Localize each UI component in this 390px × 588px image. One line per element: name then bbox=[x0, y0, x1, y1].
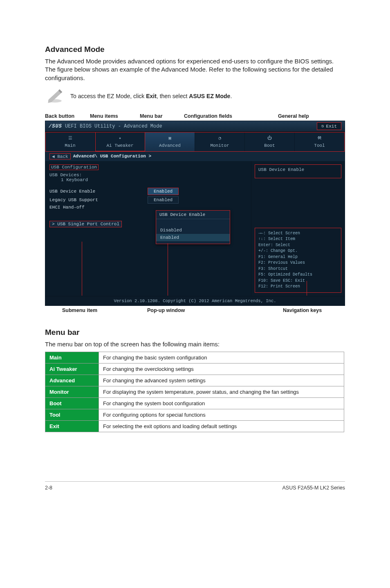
setting-row[interactable]: USB Device EnableEnabled bbox=[49, 188, 247, 195]
table-cell: For changing the advanced system setting… bbox=[99, 375, 344, 386]
note-row: To access the EZ Mode, click Exit, then … bbox=[47, 89, 345, 103]
table-row: BootFor changing the system boot configu… bbox=[45, 398, 344, 409]
chip-icon: ▣ bbox=[145, 135, 195, 142]
exit-label: Exit bbox=[326, 124, 337, 129]
label-popup-window: Pop-up window bbox=[147, 307, 185, 313]
bios-title: UEFI BIOS Utility - Advanced Mode bbox=[65, 123, 162, 129]
setting-key: EHCI Hand-off bbox=[49, 205, 148, 210]
list-icon: ☰ bbox=[45, 135, 95, 142]
table-header-cell: Exit bbox=[45, 421, 99, 432]
popup-window: USB Device Enable Disabled Enabled bbox=[156, 210, 230, 244]
setting-key: Legacy USB Support bbox=[49, 197, 148, 202]
page-footer: 2-8 ASUS F2A55-M LK2 Series bbox=[45, 481, 345, 491]
tab-main[interactable]: ☰Main bbox=[45, 132, 95, 151]
table-row: MonitorFor displaying the system tempera… bbox=[45, 386, 344, 398]
table-row: ToolFor configuring options for special … bbox=[45, 409, 344, 421]
table-row: Ai TweakerFor changing the overclocking … bbox=[45, 364, 344, 375]
submenu-item[interactable]: > USB Single Port Control bbox=[49, 221, 122, 227]
top-callout-labels: Back button Menu items Menu bar Configur… bbox=[45, 113, 345, 121]
back-button[interactable]: ◀ Back bbox=[49, 153, 71, 159]
menu-bar-heading: Menu bar bbox=[45, 328, 345, 337]
breadcrumb: ◀ Back Advanced\ USB Configuration > bbox=[45, 152, 345, 161]
power-icon: ⏻ bbox=[245, 135, 294, 142]
gauge-icon: ◔ bbox=[195, 135, 244, 142]
setting-row[interactable]: Legacy USB SupportEnabled bbox=[49, 196, 247, 204]
back-label: Back bbox=[57, 154, 68, 159]
tab-label: Tool bbox=[295, 143, 344, 148]
label-submenu-item: Submenu item bbox=[62, 307, 97, 313]
tab-advanced[interactable]: ▣Advanced bbox=[145, 132, 195, 151]
tab-boot[interactable]: ⏻Boot bbox=[245, 132, 295, 151]
tab-label: Advanced bbox=[145, 143, 195, 148]
table-cell: For changing the basic system configurat… bbox=[99, 352, 344, 364]
table-cell: For configuring options for special func… bbox=[99, 409, 344, 421]
popup-option-selected[interactable]: Enabled bbox=[156, 234, 230, 241]
table-row: MainFor changing the basic system config… bbox=[45, 352, 344, 364]
asus-logo: /SUS bbox=[49, 123, 62, 129]
breadcrumb-path: Advanced\ USB Configuration > bbox=[73, 154, 151, 159]
tab-monitor[interactable]: ◔Monitor bbox=[195, 132, 245, 151]
label-navigation-keys: Navigation keys bbox=[283, 307, 322, 313]
bios-left-pane: USB Configuration USB Devices: 1 Keyboar… bbox=[45, 161, 251, 296]
exit-icon: ⎋ bbox=[321, 123, 324, 129]
label-back-button: Back button bbox=[45, 113, 74, 119]
advanced-mode-body: The Advanced Mode provides advanced opti… bbox=[45, 57, 345, 82]
setting-key: USB Device Enable bbox=[49, 189, 148, 194]
tab-ai-tweaker[interactable]: ✦Ai Tweaker bbox=[95, 132, 145, 151]
setting-value[interactable]: Enabled bbox=[148, 196, 179, 204]
label-general-help: General help bbox=[278, 113, 309, 119]
navigation-keys-box: →←: Select Screen ↑↓: Select Item Enter:… bbox=[255, 228, 341, 293]
table-header-cell: Advanced bbox=[45, 375, 99, 386]
nav-key-line: →←: Select Screen bbox=[258, 231, 338, 237]
note-bold-ezmode: ASUS EZ Mode bbox=[189, 93, 230, 99]
pencil-icon bbox=[47, 89, 63, 103]
nav-key-line: +/-: Change Opt. bbox=[258, 248, 338, 254]
note-bold-exit: Exit bbox=[146, 93, 157, 99]
table-cell: For displaying the system temperature, p… bbox=[99, 386, 344, 398]
nav-key-line: F10: Save ESC: Exit bbox=[258, 278, 338, 284]
tab-tool[interactable]: 🛠Tool bbox=[295, 132, 345, 151]
table-row: ExitFor selecting the exit options and l… bbox=[45, 421, 344, 432]
usb-devices-label: USB Devices: bbox=[49, 173, 247, 177]
table-header-cell: Ai Tweaker bbox=[45, 364, 99, 375]
label-menu-bar: Menu bar bbox=[140, 113, 163, 119]
group-title: USB Configuration bbox=[49, 164, 99, 170]
note-text-part: . bbox=[230, 93, 232, 99]
menu-bar-body: The menu bar on top of the screen has th… bbox=[45, 340, 345, 348]
advanced-mode-heading: Advanced Mode bbox=[45, 45, 345, 54]
nav-key-line: F5: Optimized Defaults bbox=[258, 272, 338, 278]
nav-key-line: ↑↓: Select Item bbox=[258, 236, 338, 242]
nav-key-line: Enter: Select bbox=[258, 242, 338, 249]
general-help-title: USB Device Enable bbox=[258, 167, 304, 172]
exit-button[interactable]: ⎋Exit bbox=[317, 122, 341, 130]
footer-product-name: ASUS F2A55-M LK2 Series bbox=[282, 485, 345, 491]
nav-key-line: F12: Print Screen bbox=[258, 284, 338, 290]
bios-screenshot: /SUS UEFI BIOS Utility - Advanced Mode ⎋… bbox=[45, 121, 345, 306]
table-cell: For changing the overclocking settings bbox=[99, 364, 344, 375]
table-cell: For selecting the exit options and loadi… bbox=[99, 421, 344, 432]
table-header-cell: Tool bbox=[45, 409, 99, 421]
label-config-fields: Configuration fields bbox=[184, 113, 232, 119]
general-help-box: USB Device Enable bbox=[255, 164, 341, 178]
popup-title: USB Device Enable bbox=[156, 211, 230, 219]
table-header-cell: Monitor bbox=[45, 386, 99, 398]
nav-key-line: F3: Shortcut bbox=[258, 266, 338, 272]
footer-page-number: 2-8 bbox=[45, 485, 52, 491]
note-text-part: To access the EZ Mode, click bbox=[70, 93, 146, 99]
note-text-part: , then select bbox=[157, 93, 189, 99]
tab-label: Boot bbox=[245, 143, 294, 148]
menu-bar-table: MainFor changing the basic system config… bbox=[45, 352, 344, 432]
nav-key-line: F2: Previous Values bbox=[258, 260, 338, 266]
table-header-cell: Main bbox=[45, 352, 99, 364]
tweaker-icon: ✦ bbox=[95, 135, 145, 142]
bios-right-pane: USB Device Enable →←: Select Screen ↑↓: … bbox=[251, 161, 345, 296]
submenu-label: > USB Single Port Control bbox=[52, 222, 119, 227]
tab-label: Main bbox=[45, 143, 95, 148]
tab-label: Monitor bbox=[195, 143, 244, 148]
table-cell: For changing the system boot configurati… bbox=[99, 398, 344, 409]
usb-devices-value: 1 Keyboard bbox=[49, 177, 247, 182]
setting-row[interactable]: EHCI Hand-off bbox=[49, 205, 247, 210]
popup-option[interactable]: Disabled bbox=[156, 227, 230, 234]
setting-value[interactable]: Enabled bbox=[148, 188, 179, 195]
tool-icon: 🛠 bbox=[295, 135, 344, 142]
